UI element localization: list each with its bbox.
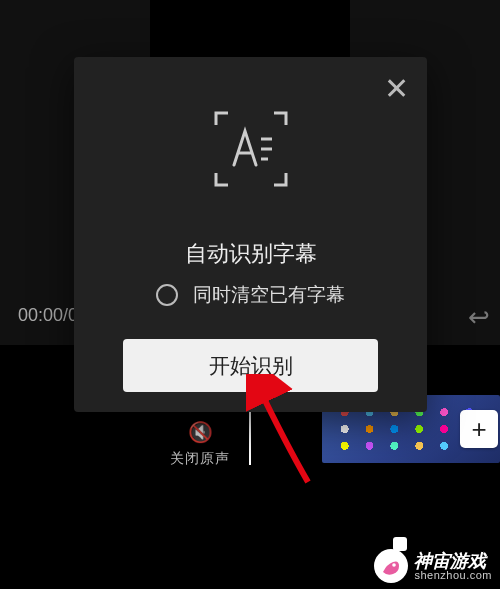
timecode-label: 00:00/0 [18,305,78,326]
radio-unchecked-icon [156,284,178,306]
plus-icon: + [471,414,486,445]
watermark-title: 神宙游戏 [414,552,492,570]
watermark: 神宙游戏 shenzhou.com [374,549,492,583]
add-clip-button[interactable]: + [460,410,498,448]
close-icon: ✕ [384,71,409,106]
start-recognition-button[interactable]: 开始识别 [123,339,378,392]
mute-original-label: 关闭原声 [150,450,250,468]
close-button[interactable]: ✕ [379,71,413,105]
dialog-title: 自动识别字幕 [74,239,427,269]
sound-off-icon: 🔇 [188,421,213,443]
watermark-logo-icon [374,549,408,583]
watermark-subtitle: shenzhou.com [414,570,492,581]
clear-existing-option[interactable]: 同时清空已有字幕 [74,282,427,308]
undo-icon[interactable]: ↩ [468,302,490,333]
mute-original-button[interactable]: 🔇 关闭原声 [150,420,250,468]
auto-subtitle-dialog: ✕ 自动识别字幕 同时清空已有字幕 开始识别 [74,57,427,412]
clear-existing-label: 同时清空已有字幕 [193,284,345,305]
auto-subtitle-icon [212,109,290,189]
svg-point-3 [393,563,397,567]
